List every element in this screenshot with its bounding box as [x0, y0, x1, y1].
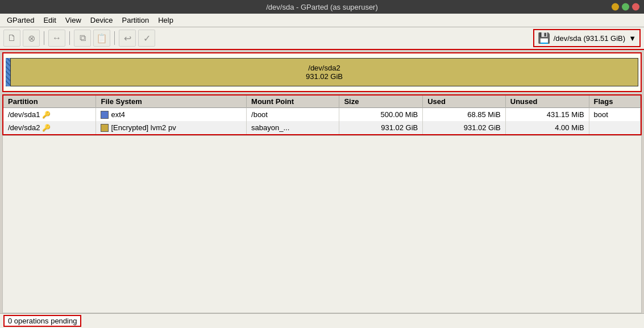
window-controls: [612, 3, 639, 11]
menu-partition[interactable]: Partition: [118, 15, 154, 26]
operations-pending-text: 0 operations pending: [8, 317, 77, 325]
menu-help[interactable]: Help: [153, 15, 178, 26]
mountpoint-cell: sabayon_...: [247, 121, 339, 134]
sda2-size: 931.02 GiB: [306, 72, 343, 81]
used-cell: 68.85 MiB: [423, 108, 506, 122]
unused-cell: 431.15 MiB: [505, 108, 589, 122]
menubar: GParted Edit View Device Partition Help: [0, 14, 644, 27]
apply-button[interactable]: ✓: [138, 30, 155, 47]
filesystem-cell: [Encrypted] lvm2 pv: [96, 121, 247, 134]
filesystem-label: ext4: [111, 110, 125, 119]
resize-button[interactable]: ↔: [48, 30, 65, 47]
toolbar: 🗋 ⊗ ↔ ⧉ 📋 ↩ ✓ 💾 /dev/sda (931.51 GiB) ▼: [0, 27, 644, 50]
col-used: Used: [423, 96, 506, 108]
mountpoint-cell: /boot: [247, 108, 339, 122]
col-filesystem: File System: [96, 96, 247, 108]
new-button[interactable]: 🗋: [3, 30, 20, 47]
operations-pending-status: 0 operations pending: [3, 315, 81, 327]
delete-button[interactable]: ⊗: [23, 30, 40, 47]
flags-cell: [589, 121, 640, 134]
table-header-row: Partition File System Mount Point Size U…: [3, 96, 641, 108]
size-cell: 931.02 GiB: [339, 121, 423, 134]
toolbar-separator-2: [69, 31, 70, 45]
unused-cell: 4.00 MiB: [505, 121, 589, 134]
close-button[interactable]: [632, 3, 639, 11]
partition-table-body: /dev/sda1 🔑 ext4 /boot500.00 MiB68.85 Mi…: [3, 108, 641, 135]
partition-cell: /dev/sda2 🔑: [3, 121, 96, 134]
filesystem-cell: ext4: [96, 108, 247, 122]
flags-cell: boot: [589, 108, 640, 122]
partition-name: /dev/sda1: [8, 110, 40, 119]
filesystem-color-block: [101, 111, 109, 119]
filesystem-color-block: [101, 124, 109, 132]
undo-button[interactable]: ↩: [119, 30, 136, 47]
used-cell: 931.02 GiB: [423, 121, 506, 134]
device-selector[interactable]: 💾 /dev/sda (931.51 GiB) ▼: [533, 29, 641, 47]
disk-visual-area: /dev/sda2 931.02 GiB: [2, 52, 642, 92]
copy-button[interactable]: ⧉: [74, 30, 91, 47]
table-row[interactable]: /dev/sda1 🔑 ext4 /boot500.00 MiB68.85 Mi…: [3, 108, 641, 122]
partition-table-area: Partition File System Mount Point Size U…: [2, 94, 642, 135]
size-cell: 500.00 MiB: [339, 108, 423, 122]
paste-button[interactable]: 📋: [93, 30, 110, 47]
toolbar-separator-3: [114, 31, 115, 45]
partition-cell: /dev/sda1 🔑: [3, 108, 96, 122]
menu-edit[interactable]: Edit: [39, 15, 60, 26]
filesystem-label: [Encrypted] lvm2 pv: [111, 123, 176, 132]
sda1-stripe: [6, 58, 10, 86]
key-icon: 🔑: [42, 111, 51, 119]
menu-gparted[interactable]: GParted: [2, 15, 39, 26]
title-text: /dev/sda - GParted (as superuser): [266, 3, 378, 11]
table-row[interactable]: /dev/sda2 🔑 [Encrypted] lvm2 pv sabayon_…: [3, 121, 641, 134]
menu-device[interactable]: Device: [86, 15, 118, 26]
device-label: /dev/sda (931.51 GiB): [554, 34, 625, 43]
toolbar-separator-1: [44, 31, 44, 45]
partition-name: /dev/sda2: [8, 123, 40, 132]
col-flags: Flags: [589, 96, 640, 108]
sda2-label: /dev/sda2: [308, 64, 340, 72]
main-content-area: [2, 135, 642, 313]
col-unused: Unused: [505, 96, 589, 108]
sda2-bar[interactable]: /dev/sda2 931.02 GiB: [10, 58, 638, 86]
partition-table: Partition File System Mount Point Size U…: [3, 96, 641, 134]
disk-bar-container: /dev/sda2 931.02 GiB: [10, 58, 638, 86]
statusbar: 0 operations pending: [0, 313, 644, 328]
device-icon: 💾: [538, 32, 550, 44]
col-partition: Partition: [3, 96, 96, 108]
col-size: Size: [339, 96, 423, 108]
col-mountpoint: Mount Point: [247, 96, 339, 108]
minimize-button[interactable]: [612, 3, 619, 11]
maximize-button[interactable]: [622, 3, 629, 11]
key-icon: 🔑: [42, 124, 51, 132]
menu-view[interactable]: View: [61, 15, 86, 26]
device-dropdown-icon: ▼: [629, 34, 636, 43]
titlebar: /dev/sda - GParted (as superuser): [0, 0, 644, 14]
